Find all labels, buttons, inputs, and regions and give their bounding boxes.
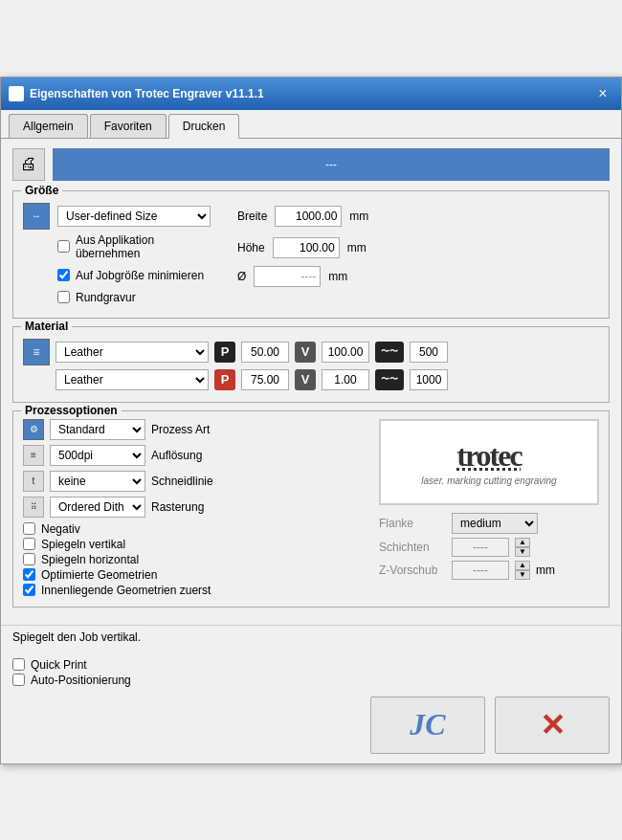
jobgroesse-label: Auf Jobgröße minimieren [76, 269, 204, 282]
groesse-content: ↔ User-defined Size A4 A3 Breite 1000.00… [23, 203, 599, 306]
printer-name-bar: --- [53, 148, 610, 181]
cancel-icon: ✕ [540, 707, 566, 743]
quick-print-label: Quick Print [31, 658, 87, 672]
bottom-buttons: JC ✕ [12, 696, 610, 754]
schneidlinie-select[interactable]: keine thin hairline [50, 471, 145, 492]
trotec-brand-text: trotec [456, 438, 521, 474]
z-vorschub-input[interactable] [452, 561, 509, 580]
breite-label: Breite [237, 210, 267, 223]
material-select-2[interactable]: Leather Wood [56, 369, 209, 390]
quick-print-checkbox[interactable] [12, 658, 25, 671]
jobgroesse-row-inner: Auf Jobgröße minimieren [57, 269, 211, 282]
schichten-up[interactable]: ▲ [515, 538, 530, 547]
material-icon-1: ≡ [23, 339, 50, 365]
jobgroesse-checkbox[interactable] [57, 269, 70, 281]
w-value-2: 1000 [410, 369, 448, 390]
v-badge-2: V [295, 369, 316, 390]
hoehe-unit: mm [347, 241, 367, 254]
aufloesung-select[interactable]: 500dpi 250dpi 1000dpi [50, 445, 145, 466]
material-row-1: ≡ Leather Wood Acrylic P 50.00 V 100.00 … [23, 339, 599, 365]
p-value-1: 50.00 [241, 342, 289, 363]
size-icon: ↔ [23, 203, 50, 230]
schichten-down[interactable]: ▼ [515, 547, 530, 557]
status-text: Spiegelt den Job vertikal. [12, 630, 141, 644]
rundgravur-row: Rundgravur [23, 291, 599, 306]
aufloesung-row: ≡ 500dpi 250dpi 1000dpi Auflösung [23, 445, 369, 466]
spiegeln-v-row: Spiegeln vertikal [23, 538, 369, 551]
rasterung-select[interactable]: Ordered Dith Floyd-Steinberg [50, 497, 145, 518]
material-select-1[interactable]: Leather Wood Acrylic [56, 342, 209, 363]
rundgravur-label: Rundgravur [76, 291, 136, 304]
cancel-button[interactable]: ✕ [495, 696, 610, 754]
trotec-logo: trotec laser. marking cutting engraving [379, 419, 599, 505]
optimierte-label: Optimierte Geometrien [41, 568, 157, 582]
optimierte-row: Optimierte Geometrien [23, 568, 369, 582]
z-unit: mm [536, 564, 555, 577]
z-vorschub-up[interactable]: ▲ [515, 561, 530, 570]
rundgravur-checkbox[interactable] [57, 291, 70, 303]
v-value-1: 100.00 [322, 342, 369, 363]
main-window: 🖨 Eigenschaften von Trotec Engraver v11.… [0, 77, 622, 764]
prozess-art-select[interactable]: Standard Cut [50, 419, 145, 440]
innenliegende-row: Innenliegende Geometrien zuerst [23, 584, 369, 597]
optimierte-checkbox[interactable] [23, 568, 35, 581]
groesse-title: Größe [21, 184, 62, 197]
trotec-tagline: laser. marking cutting engraving [421, 475, 556, 486]
w-badge-2: 〜〜 [375, 369, 404, 390]
title-bar: 🖨 Eigenschaften von Trotec Engraver v11.… [1, 77, 621, 110]
jobgroesse-row: Auf Jobgröße minimieren Ø mm [23, 266, 599, 287]
aufloesung-icon: ≡ [23, 445, 44, 466]
spiegeln-v-checkbox[interactable] [23, 538, 35, 550]
hoehe-row: Aus Applikation übernehmen Höhe mm [23, 233, 599, 262]
spiegeln-v-label: Spiegeln vertikal [41, 538, 125, 551]
app-icon: 🖨 [9, 86, 24, 101]
negativ-label: Negativ [41, 522, 80, 536]
breite-input[interactable]: 1000.00 [275, 206, 342, 227]
schichten-spinner: ▲ ▼ [515, 538, 530, 557]
prozess-art-row: ⚙ Standard Cut Prozess Art [23, 419, 369, 440]
title-bar-left: 🖨 Eigenschaften von Trotec Engraver v11.… [9, 86, 264, 101]
aus-applikation-label: Aus Applikation übernehmen [76, 233, 211, 260]
innenliegende-label: Innenliegende Geometrien zuerst [41, 584, 211, 597]
flanke-select[interactable]: medium low high [452, 513, 538, 534]
diameter-symbol: Ø [237, 270, 246, 283]
schneidlinie-icon: t [23, 471, 44, 492]
spiegeln-h-row: Spiegeln horizontal [23, 553, 369, 566]
z-vorschub-label: Z-Vorschub [379, 564, 446, 577]
print-button[interactable]: JC [370, 696, 485, 754]
tab-drucken[interactable]: Drucken [168, 114, 240, 139]
p-value-2: 75.00 [241, 369, 289, 390]
bottom-section: Quick Print Auto-Positionierung JC ✕ [1, 654, 621, 763]
spiegeln-h-checkbox[interactable] [23, 553, 35, 565]
hoehe-input[interactable] [273, 237, 340, 258]
schichten-input[interactable] [452, 538, 509, 557]
size-row: ↔ User-defined Size A4 A3 Breite 1000.00… [23, 203, 599, 230]
rasterung-label: Rasterung [151, 500, 204, 514]
quick-print-row: Quick Print [12, 658, 610, 672]
auto-position-label: Auto-Positionierung [31, 674, 131, 687]
tab-allgemein[interactable]: Allgemein [9, 114, 88, 138]
tab-favoriten[interactable]: Favoriten [90, 114, 167, 138]
prozessoptionen-title: Prozessoptionen [21, 404, 122, 417]
z-vorschub-down[interactable]: ▼ [515, 570, 530, 580]
negativ-checkbox[interactable] [23, 522, 35, 535]
diameter-input[interactable] [254, 266, 321, 287]
printer-icon: 🖨 [12, 148, 45, 181]
size-select[interactable]: User-defined Size A4 A3 [57, 206, 211, 227]
hoehe-label: Höhe [237, 241, 265, 254]
schneidlinie-row: t keine thin hairline Schneidlinie [23, 471, 369, 492]
aus-applikation-checkbox[interactable] [57, 240, 70, 253]
auto-position-checkbox[interactable] [12, 674, 25, 686]
v-badge-1: V [295, 342, 316, 363]
negativ-row: Negativ [23, 522, 369, 536]
innenliegende-checkbox[interactable] [23, 584, 35, 596]
w-badge-1: 〜〜 [375, 342, 404, 363]
close-button[interactable]: × [592, 83, 613, 104]
breite-unit: mm [349, 210, 368, 223]
schichten-label: Schichten [379, 541, 446, 554]
w-value-1: 500 [410, 342, 448, 363]
svg-text:≡: ≡ [33, 345, 39, 359]
p-badge-2: P [214, 369, 235, 390]
z-vorschub-spinner: ▲ ▼ [515, 561, 530, 580]
status-bar: Spiegelt den Job vertikal. [1, 625, 621, 649]
